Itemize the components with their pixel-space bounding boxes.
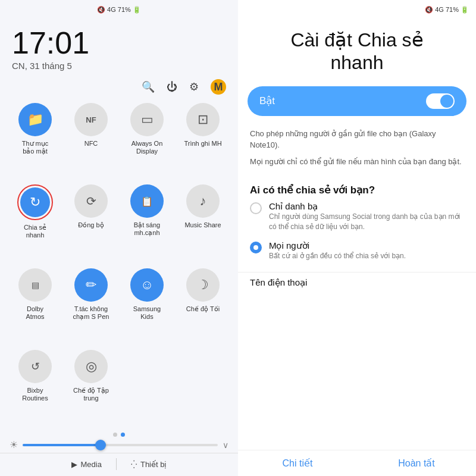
toggle-row[interactable]: Bật: [248, 86, 466, 116]
radio-circle-chi-danh-ba: [250, 202, 262, 214]
thu-muc-bao-mat-icon: 📁: [18, 103, 52, 136]
toggle-switch[interactable]: [426, 93, 455, 109]
radio-item-chi-danh-ba[interactable]: Chỉ danh bạ Chỉ người dùng Samsung Socia…: [250, 201, 464, 232]
dong-bo-icon: ⟳: [74, 184, 108, 218]
status-icons-right: 🔇 4G 71% 🔋: [425, 6, 469, 14]
quick-item-trinh-ghi-mh[interactable]: ⊡ Trình ghi MH: [177, 103, 228, 180]
brightness-fill: [23, 444, 101, 446]
avatar-badge[interactable]: M: [211, 79, 226, 95]
samsung-kids-label: SamsungKids: [133, 305, 161, 321]
radio-title-chi-danh-ba: Chỉ danh bạ: [269, 201, 464, 212]
brightness-bar[interactable]: ☀ ∨: [0, 438, 238, 453]
brightness-track[interactable]: [23, 444, 218, 446]
music-share-icon: ♪: [186, 184, 220, 218]
radio-group: Chỉ danh bạ Chỉ người dùng Samsung Socia…: [238, 201, 476, 269]
quick-item-nfc[interactable]: NF NFC: [65, 103, 117, 180]
radio-section-title: Ai có thể chia sẻ với bạn?: [238, 179, 476, 201]
quick-item-samsung-kids[interactable]: ☺ SamsungKids: [121, 268, 173, 345]
quick-toolbar: 🔍 ⏻ ⚙ M: [0, 73, 238, 101]
thiet-bi-icon: ⁛: [131, 460, 137, 469]
media-label: Media: [81, 460, 102, 469]
thu-muc-bao-mat-label: Thư mụcbảo mật: [22, 140, 49, 155]
trinh-ghi-mh-icon: ⊡: [186, 103, 220, 136]
quick-item-music-share[interactable]: ♪ Music Share: [177, 184, 228, 264]
right-panel: 🔇 4G 71% 🔋 Cài đặt Chia sẻnhanh Bật Cho …: [238, 0, 476, 476]
radio-item-moi-nguoi[interactable]: Mọi người Bất cứ ai ở gần đều có thể chi…: [250, 240, 464, 261]
radio-desc-chi-danh-ba: Chỉ người dùng Samsung Social trong danh…: [269, 212, 464, 232]
always-on-display-icon: ▭: [130, 103, 164, 136]
brightness-icon: ☀: [10, 439, 18, 450]
always-on-display-label: Always OnDisplay: [131, 140, 163, 155]
quick-settings-grid: 📁 Thư mụcbảo mật NF NFC ▭ Always OnDispl…: [0, 101, 238, 429]
nfc-label: NFC: [84, 140, 98, 148]
quick-item-bat-sang-mh-canh[interactable]: 📋 Bật sángmh.cạnh: [121, 184, 173, 264]
thiet-bi-button[interactable]: ⁛ Thiết bị: [131, 460, 167, 469]
left-panel: 🔇 4G 71% 🔋 17:01 CN, 31 tháng 5 🔍 ⏻ ⚙ M …: [0, 0, 238, 476]
page-dot-1[interactable]: [113, 433, 117, 437]
status-bar-right: 🔇 4G 71% 🔋: [238, 0, 476, 17]
nfc-icon: NF: [74, 103, 108, 136]
desc-text-2: Mọi người chỉ có thể gửi file nếu màn hì…: [250, 156, 464, 168]
description-area: Cho phép những người ở gần gửi file cho …: [238, 126, 476, 180]
radio-text-moi-nguoi: Mọi người Bất cứ ai ở gần đều có thể chi…: [269, 240, 406, 261]
desc-text-1: Cho phép những người ở gần gửi file cho …: [250, 128, 464, 151]
quick-item-dolby-atmos[interactable]: ▤ DolbyAtmos: [10, 268, 61, 345]
bixby-routines-icon: ↺: [18, 350, 52, 383]
chia-se-nhanh-icon: ↻: [20, 187, 50, 217]
quick-item-bixby-routines[interactable]: ↺ BixbyRoutines: [10, 350, 61, 427]
quick-item-t-tac-khong-cham-s-pen[interactable]: ✏ T.tác khôngchạm S Pen: [65, 268, 117, 345]
dong-bo-label: Đồng bộ: [78, 221, 104, 229]
ten-dien-thoai-label[interactable]: Tên điện thoại: [238, 272, 476, 293]
quick-item-thu-muc-bao-mat[interactable]: 📁 Thư mụcbảo mật: [10, 103, 61, 180]
page-dot-2[interactable]: [121, 433, 125, 437]
dolby-atmos-label: DolbyAtmos: [26, 305, 44, 321]
radio-text-chi-danh-ba: Chỉ danh bạ Chỉ người dùng Samsung Socia…: [269, 201, 464, 232]
music-share-label: Music Share: [184, 221, 221, 229]
search-icon[interactable]: 🔍: [142, 80, 155, 93]
chi-tiet-button[interactable]: Chi tiết: [238, 458, 357, 469]
brightness-expand-icon[interactable]: ∨: [223, 440, 228, 450]
hoan-tat-button[interactable]: Hoàn tất: [357, 458, 476, 469]
s-pen-label: T.tác khôngchạm S Pen: [73, 305, 109, 321]
bottom-bar-divider: [116, 458, 117, 470]
che-do-tap-trung-label: Chế độ Tậptrung: [73, 387, 109, 402]
time-display: 17:01 CN, 31 tháng 5: [0, 17, 238, 73]
power-icon[interactable]: ⏻: [167, 81, 177, 93]
media-button[interactable]: ▶ Media: [71, 460, 102, 469]
che-do-tap-trung-icon: ◎: [74, 350, 108, 383]
radio-desc-moi-nguoi: Bất cứ ai ở gần đều có thể chia sẻ với b…: [269, 251, 406, 261]
quick-item-always-on-display[interactable]: ▭ Always OnDisplay: [121, 103, 173, 180]
toggle-label: Bật: [259, 95, 275, 107]
s-pen-icon: ✏: [74, 268, 108, 302]
quick-item-che-do-tap-trung[interactable]: ◎ Chế độ Tậptrung: [65, 350, 117, 427]
status-icons-left: 🔇 4G 71% 🔋: [97, 6, 141, 14]
settings-icon[interactable]: ⚙: [189, 80, 199, 93]
quick-item-dong-bo[interactable]: ⟳ Đồng bộ: [65, 184, 117, 264]
thiet-bi-label: Thiết bị: [140, 460, 167, 469]
media-play-icon: ▶: [71, 460, 77, 469]
page-dots: [0, 429, 238, 438]
clock-time: 17:01: [12, 27, 226, 58]
chia-se-nhanh-label: Chia sẻnhanh: [24, 224, 46, 239]
page-title: Cài đặt Chia sẻnhanh: [252, 29, 462, 74]
status-bar-left: 🔇 4G 71% 🔋: [0, 0, 238, 17]
trinh-ghi-mh-label: Trình ghi MH: [184, 140, 221, 148]
bottom-bar-left: ▶ Media ⁛ Thiết bị: [0, 453, 238, 476]
page-title-area: Cài đặt Chia sẻnhanh: [238, 17, 476, 84]
samsung-kids-icon: ☺: [130, 268, 164, 302]
bat-sang-mh-canh-label: Bật sángmh.cạnh: [134, 221, 160, 237]
dolby-atmos-icon: ▤: [18, 268, 52, 302]
quick-item-chia-se-nhanh[interactable]: ↻ Chia sẻnhanh: [10, 184, 61, 264]
clock-date: CN, 31 tháng 5: [12, 61, 226, 71]
bixby-routines-label: BixbyRoutines: [22, 387, 48, 402]
che-do-toi-icon: ☽: [186, 268, 220, 302]
bat-sang-mh-canh-icon: 📋: [130, 184, 164, 218]
che-do-toi-label: Chế độ Tối: [186, 305, 220, 313]
bottom-bar-right: Chi tiết Hoàn tất: [238, 450, 476, 476]
brightness-thumb[interactable]: [95, 440, 106, 450]
radio-circle-moi-nguoi: [250, 242, 262, 253]
radio-title-moi-nguoi: Mọi người: [269, 240, 406, 251]
quick-item-che-do-toi[interactable]: ☽ Chế độ Tối: [177, 268, 228, 345]
